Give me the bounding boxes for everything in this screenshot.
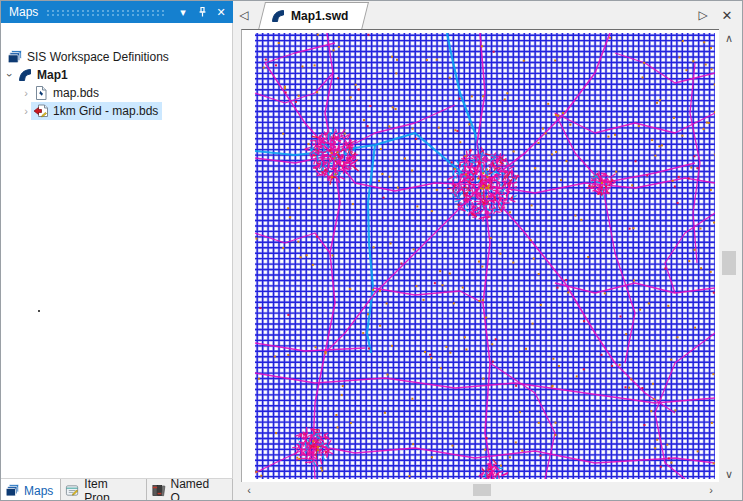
map-icon xyxy=(270,8,286,24)
tree-item-1km-grid[interactable]: › 1km Grid - map.bds xyxy=(21,102,162,120)
close-panel-icon[interactable]: ✕ xyxy=(213,4,229,20)
tree-item-workspace-root[interactable]: SIS Workspace Definitions xyxy=(5,48,169,66)
document-panel: ◁ Map1.swd ▷ ✕ ∧ ∨ xyxy=(237,1,743,501)
horizontal-scrollbar-track[interactable] xyxy=(257,482,703,498)
tab-scroll-right-icon[interactable]: ▷ xyxy=(696,7,710,23)
scroll-down-icon[interactable]: ∨ xyxy=(720,466,738,482)
tree-item-label: Map1 xyxy=(37,68,68,82)
scrollbar-corner xyxy=(720,482,738,498)
vertical-scrollbar[interactable]: ∧ ∨ xyxy=(720,30,738,482)
tab-scroll-left-icon[interactable]: ◁ xyxy=(237,7,251,23)
panel-tab-maps[interactable]: Maps xyxy=(1,479,61,501)
panel-tab-label: Item Prop... xyxy=(84,477,139,501)
document-tab-label: Map1.swd xyxy=(291,9,348,23)
scroll-up-icon[interactable]: ∧ xyxy=(720,30,738,46)
app-window: Maps ▾ ✕ SIS Workspace Def xyxy=(0,0,743,501)
scroll-left-icon[interactable]: ‹ xyxy=(241,482,257,498)
dataset-icon xyxy=(33,85,49,101)
named-objects-icon xyxy=(151,483,167,499)
chevron-collapsed-icon[interactable]: › xyxy=(21,87,31,99)
tree-item-map1[interactable]: › Map1 xyxy=(5,66,68,84)
workspace-tree: SIS Workspace Definitions › Map1 › xyxy=(1,23,233,478)
selected-row-highlight: 1km Grid - map.bds xyxy=(31,102,162,120)
tree-item-label: map.bds xyxy=(53,86,99,100)
workspace-icon xyxy=(7,49,23,65)
horizontal-scrollbar[interactable]: ‹ › xyxy=(241,482,719,498)
map-icon xyxy=(17,67,33,83)
map-viewport[interactable] xyxy=(241,29,719,482)
close-document-icon[interactable]: ✕ xyxy=(720,7,734,23)
scroll-right-icon[interactable]: › xyxy=(703,482,719,498)
document-tab-map1swd[interactable]: Map1.swd xyxy=(254,2,362,29)
tree-item-label: SIS Workspace Definitions xyxy=(27,50,169,64)
tree-item-map-bds[interactable]: › map.bds xyxy=(21,84,99,102)
maps-panel-titlebar[interactable]: Maps ▾ ✕ xyxy=(1,1,233,23)
panel-title: Maps xyxy=(9,5,38,19)
panel-tab-label: Named O... xyxy=(170,477,225,501)
chevron-expanded-icon[interactable]: › xyxy=(4,70,16,80)
drag-grip[interactable] xyxy=(46,9,166,17)
item-properties-icon xyxy=(65,483,81,499)
map-canvas[interactable] xyxy=(255,33,715,479)
document-tab-bar: ◁ Map1.swd ▷ ✕ xyxy=(237,1,743,29)
chevron-collapsed-icon[interactable]: › xyxy=(21,105,31,117)
pin-icon[interactable] xyxy=(194,4,210,20)
grid-dataset-icon xyxy=(33,103,49,119)
maps-icon xyxy=(5,483,21,499)
maps-panel: Maps ▾ ✕ SIS Workspace Def xyxy=(1,1,233,501)
window-position-menu-button[interactable]: ▾ xyxy=(175,4,191,20)
panel-tab-label: Maps xyxy=(24,484,53,498)
vertical-scrollbar-thumb[interactable] xyxy=(722,251,736,275)
panel-tab-named-objects[interactable]: Named O... xyxy=(147,479,233,501)
stray-mark xyxy=(38,310,40,312)
tree-item-label: 1km Grid - map.bds xyxy=(53,104,158,118)
horizontal-scrollbar-thumb[interactable] xyxy=(473,484,491,496)
panel-tab-item-properties[interactable]: Item Prop... xyxy=(61,479,147,501)
panel-tab-strip: Maps Item Prop... xyxy=(1,478,233,501)
